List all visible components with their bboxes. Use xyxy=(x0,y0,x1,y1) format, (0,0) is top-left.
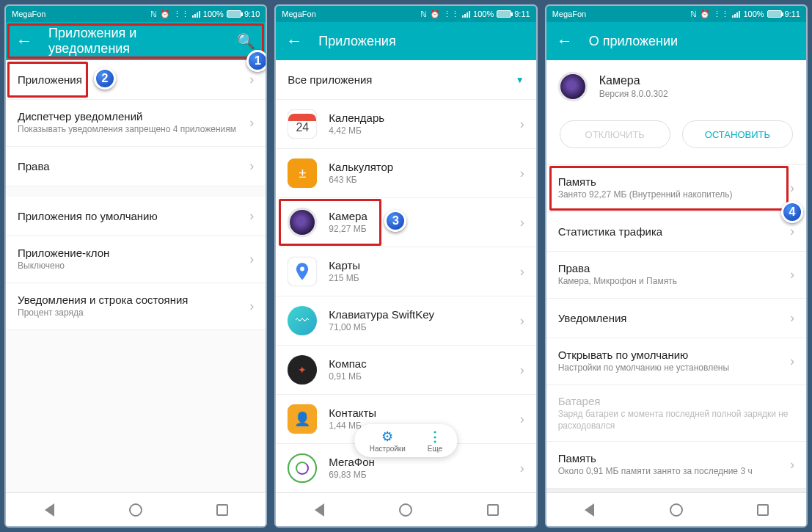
back-icon[interactable]: ← xyxy=(16,32,32,51)
chevron-right-icon: › xyxy=(790,310,794,326)
chevron-right-icon: › xyxy=(790,181,794,196)
pill-more[interactable]: ⋮ Еще xyxy=(428,429,442,453)
nav-recent-button[interactable] xyxy=(484,501,502,519)
nav-back-button[interactable] xyxy=(581,501,599,519)
clock: 9:10 xyxy=(244,10,260,18)
row-title: Права xyxy=(558,262,778,274)
app-name: МегаФон xyxy=(329,456,508,468)
row-sub: Около 0,91 МБ памяти занято за последние… xyxy=(558,466,778,478)
row-rights[interactable]: Права › xyxy=(6,147,266,186)
row-notif-status[interactable]: Уведомления и строка состояния Процент з… xyxy=(6,283,266,330)
more-icon: ⋮ xyxy=(428,429,442,445)
nav-home-button[interactable] xyxy=(667,501,685,519)
nav-back-button[interactable] xyxy=(310,501,328,519)
chevron-right-icon: › xyxy=(520,117,524,132)
battery-pct: 100% xyxy=(743,10,764,18)
header: ← О приложении xyxy=(546,22,806,60)
row-notif-manager[interactable]: Диспетчер уведомлений Показывать уведомл… xyxy=(6,100,266,147)
carrier-label: MegaFon xyxy=(552,10,586,18)
compass-icon xyxy=(288,355,317,385)
app-name: Компас xyxy=(329,357,508,370)
chevron-right-icon: › xyxy=(249,252,254,267)
chevron-right-icon: › xyxy=(249,158,254,174)
app-name: Календарь xyxy=(329,112,508,124)
app-row-calendar[interactable]: 24 Календарь 4,42 МБ › xyxy=(276,100,535,149)
app-size: 92,27 МБ xyxy=(329,224,508,236)
stop-button[interactable]: ОСТАНОВИТЬ xyxy=(682,120,793,148)
app-row-calculator[interactable]: ± Калькулятор 643 КБ › xyxy=(276,149,535,198)
row-sub: Процент заряда xyxy=(18,307,238,319)
row-sub: Показывать уведомления запрещено 4 прило… xyxy=(18,124,238,136)
step-badge-4: 4 xyxy=(781,201,803,223)
row-title: Приложения xyxy=(18,73,238,86)
search-icon[interactable]: 🔍 xyxy=(237,32,255,50)
app-name: Калькулятор xyxy=(329,161,508,173)
app-size: 0,91 МБ xyxy=(329,371,508,383)
app-row-swiftkey[interactable]: 〰 Клавиатура SwiftKey 71,00 МБ › xyxy=(276,296,535,346)
chevron-right-icon: › xyxy=(790,267,794,283)
nfc-icon: ℕ xyxy=(690,10,697,19)
row-open-default[interactable]: Открывать по умолчанию Настройки по умол… xyxy=(546,338,806,385)
disable-button[interactable]: ОТКЛЮЧИТЬ xyxy=(560,120,670,148)
calculator-icon: ± xyxy=(288,158,317,188)
app-row-camera[interactable]: Камера 92,27 МБ › 3 xyxy=(276,198,535,247)
nav-recent-button[interactable] xyxy=(213,501,231,519)
row-title: Уведомления и строка состояния xyxy=(18,294,238,306)
header: ← Приложения xyxy=(276,22,535,60)
row-app-clone[interactable]: Приложение-клон Выключено › xyxy=(6,236,266,283)
row-notifications[interactable]: Уведомления › xyxy=(546,299,806,338)
row-sub: Настройки по умолчанию не установлены xyxy=(558,362,778,374)
app-size: 215 МБ xyxy=(329,273,508,285)
nav-home-button[interactable] xyxy=(127,501,145,519)
header: ← Приложения и уведомления 🔍 1 xyxy=(6,22,266,60)
row-title: Права xyxy=(18,160,238,172)
battery-icon xyxy=(767,10,782,18)
svg-point-0 xyxy=(300,267,304,272)
chevron-right-icon: › xyxy=(790,354,794,369)
chevron-down-icon: ▼ xyxy=(516,75,524,85)
step-badge-2: 2 xyxy=(94,68,116,90)
filter-dropdown[interactable]: Все приложения ▼ xyxy=(276,60,535,100)
alarm-icon: ⏰ xyxy=(160,10,170,19)
pill-label: Настройки xyxy=(370,445,406,453)
row-title: Статистика трафика xyxy=(558,225,778,238)
app-size: 4,42 МБ xyxy=(329,125,508,137)
app-row-compass[interactable]: Компас 0,91 МБ › xyxy=(276,346,535,395)
row-storage[interactable]: Память Занято 92,27 МБ (Внутренний накоп… xyxy=(546,165,806,212)
chevron-right-icon: › xyxy=(790,224,794,239)
row-sub: Выключено xyxy=(18,260,238,272)
pill-settings[interactable]: ⚙ Настройки xyxy=(370,429,406,453)
chevron-right-icon: › xyxy=(520,215,524,230)
row-title: Приложение-клон xyxy=(18,247,238,259)
nav-recent-button[interactable] xyxy=(754,501,772,519)
app-size: 71,00 МБ xyxy=(329,322,508,334)
row-memory[interactable]: Память Около 0,91 МБ памяти занято за по… xyxy=(546,442,806,489)
app-row-maps[interactable]: Карты 215 МБ › xyxy=(276,247,535,296)
nfc-icon: ℕ xyxy=(150,10,157,19)
row-apps[interactable]: Приложения › 2 xyxy=(6,60,266,100)
app-name: Карты xyxy=(329,259,508,272)
gear-icon: ⚙ xyxy=(381,429,393,445)
megafon-icon xyxy=(288,453,317,483)
wifi-icon: ⋮⋮ xyxy=(713,10,729,19)
chevron-right-icon: › xyxy=(520,313,524,329)
row-traffic[interactable]: Статистика трафика › xyxy=(546,212,806,252)
chevron-right-icon: › xyxy=(520,362,524,378)
status-bar: MegaFon ℕ ⏰ ⋮⋮ 100% 9:11 xyxy=(546,6,806,22)
pill-label: Еще xyxy=(428,445,442,453)
nav-back-button[interactable] xyxy=(40,501,58,519)
row-permissions[interactable]: Права Камера, Микрофон и Память › xyxy=(546,252,806,299)
wifi-icon: ⋮⋮ xyxy=(173,10,189,19)
filter-label: Все приложения xyxy=(288,73,503,86)
chevron-right-icon: › xyxy=(249,208,254,224)
nav-home-button[interactable] xyxy=(397,501,414,519)
back-icon[interactable]: ← xyxy=(286,32,302,51)
back-icon[interactable]: ← xyxy=(557,32,573,51)
status-bar: MegaFon ℕ ⏰ ⋮⋮ 100% 9:11 xyxy=(276,6,535,22)
row-title: Память xyxy=(558,452,778,464)
row-default-apps[interactable]: Приложения по умолчанию › xyxy=(6,197,266,236)
action-buttons: ОТКЛЮЧИТЬ ОСТАНОВИТЬ xyxy=(546,113,806,165)
app-name: Клавиатура SwiftKey xyxy=(329,308,508,321)
bottom-menu-pill: ⚙ Настройки ⋮ Еще xyxy=(355,424,457,457)
row-sub: Заряд батареи с момента последней полной… xyxy=(558,409,794,431)
